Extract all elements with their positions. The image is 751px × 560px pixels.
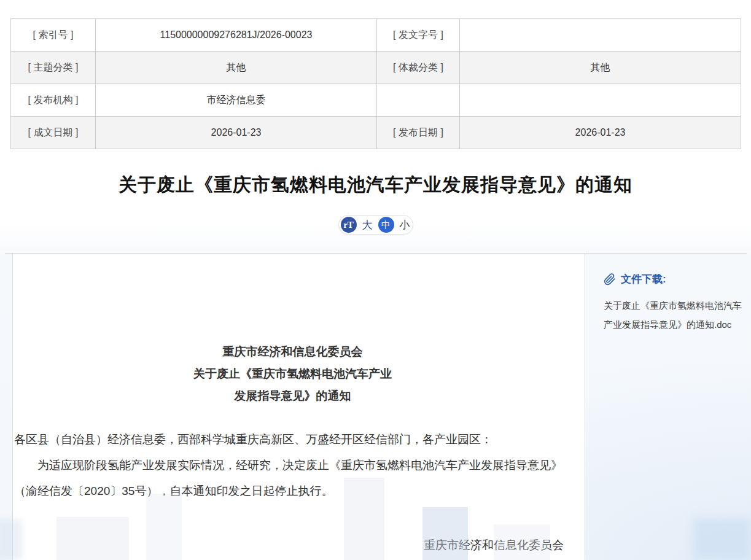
font-size-large-button[interactable]: 大 bbox=[362, 218, 373, 232]
table-row: [ 主题分类 ] 其他 [ 体裁分类 ] 其他 bbox=[11, 52, 741, 84]
meta-label-issuing-agency: [ 发布机构 ] bbox=[11, 84, 96, 117]
meta-value-issuing-agency: 市经济信息委 bbox=[96, 84, 377, 117]
article-heading-line3: 发展指导意见》的通知 bbox=[14, 385, 571, 407]
meta-label-publish-date: [ 发布日期 ] bbox=[377, 117, 460, 149]
article-signature: 重庆市经济和信息化委员会 bbox=[14, 532, 571, 558]
main-container: 重庆市经济和信息化委员会 关于废止《重庆市氢燃料电池汽车产业 发展指导意见》的通… bbox=[5, 253, 747, 560]
article-heading: 重庆市经济和信息化委员会 关于废止《重庆市氢燃料电池汽车产业 发展指导意见》的通… bbox=[14, 341, 571, 407]
download-section-title: 文件下载: bbox=[621, 272, 666, 286]
font-size-small-button[interactable]: 小 bbox=[400, 218, 410, 232]
meta-value-genre-class: 其他 bbox=[460, 52, 741, 84]
meta-value-written-date: 2026-01-23 bbox=[96, 117, 377, 149]
download-header: 文件下载: bbox=[604, 272, 751, 286]
font-size-icon[interactable]: rT bbox=[341, 217, 357, 233]
table-row: [ 索引号 ] 11500000009276281J/2026-00023 [ … bbox=[11, 19, 741, 52]
table-row: [ 发布机构 ] 市经济信息委 bbox=[11, 84, 741, 117]
meta-label-genre-class: [ 体裁分类 ] bbox=[377, 52, 460, 84]
download-sidebar: 文件下载: 关于废止《重庆市氢燃料电池汽车产业发展指导意见》的通知.doc bbox=[585, 254, 751, 334]
article-heading-line1: 重庆市经济和信息化委员会 bbox=[14, 341, 571, 363]
meta-label-doc-no: [ 发文字号 ] bbox=[377, 19, 460, 52]
meta-value-index-no: 11500000009276281J/2026-00023 bbox=[96, 19, 377, 52]
table-row: [ 成文日期 ] 2026-01-23 [ 发布日期 ] 2026-01-23 bbox=[11, 117, 741, 149]
article-body: 各区县（自治县）经济信息委，西部科学城重庆高新区、万盛经开区经信部门，各产业园区… bbox=[14, 427, 571, 504]
download-file-link[interactable]: 关于废止《重庆市氢燃料电池汽车产业发展指导意见》的通知.doc bbox=[604, 296, 746, 334]
article-paragraph: 各区县（自治县）经济信息委，西部科学城重庆高新区、万盛经开区经信部门，各产业园区… bbox=[14, 427, 571, 453]
document-meta-table: [ 索引号 ] 11500000009276281J/2026-00023 [ … bbox=[10, 18, 741, 149]
meta-value-publish-date: 2026-01-23 bbox=[460, 117, 741, 149]
font-size-controls: rT 大 中 小 bbox=[338, 215, 413, 235]
meta-label-empty bbox=[377, 84, 460, 117]
page-title: 关于废止《重庆市氢燃料电池汽车产业发展指导意见》的通知 bbox=[0, 173, 751, 198]
paperclip-icon bbox=[604, 273, 616, 286]
meta-value-topic-class: 其他 bbox=[96, 52, 377, 84]
meta-label-written-date: [ 成文日期 ] bbox=[11, 117, 96, 149]
meta-value-empty bbox=[460, 84, 741, 117]
font-size-medium-button[interactable]: 中 bbox=[378, 217, 394, 233]
article-paragraph: 为适应现阶段氢能产业发展实际情况，经研究，决定废止《重庆市氢燃料电池汽车产业发展… bbox=[14, 453, 571, 504]
article-heading-line2: 关于废止《重庆市氢燃料电池汽车产业 bbox=[14, 363, 571, 385]
meta-value-doc-no bbox=[460, 19, 741, 52]
meta-label-topic-class: [ 主题分类 ] bbox=[11, 52, 96, 84]
article-content-box: 重庆市经济和信息化委员会 关于废止《重庆市氢燃料电池汽车产业 发展指导意见》的通… bbox=[12, 254, 585, 560]
meta-label-index-no: [ 索引号 ] bbox=[11, 19, 96, 52]
